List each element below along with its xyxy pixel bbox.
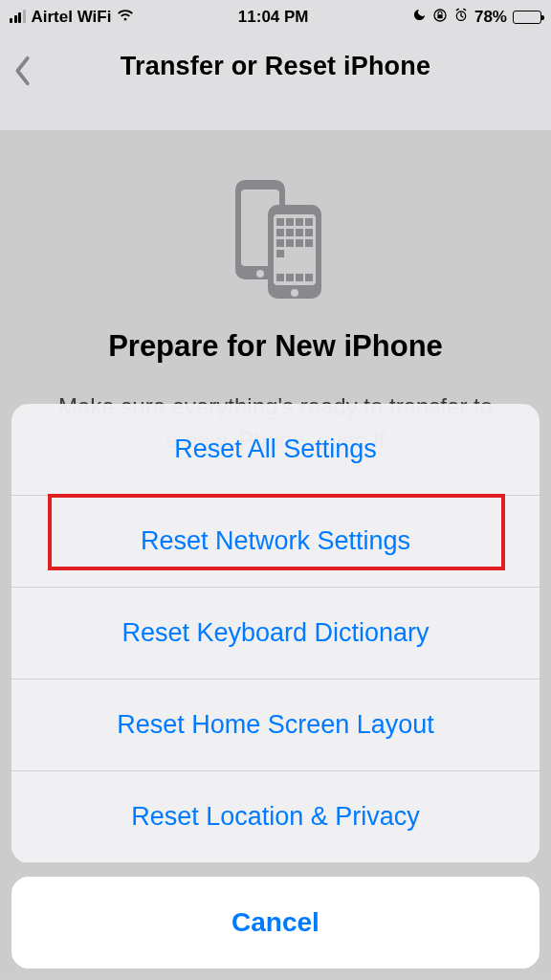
status-bar: Airtel WiFi 11:04 PM 78% <box>0 0 551 34</box>
sheet-item-reset-location-privacy[interactable]: Reset Location & Privacy <box>11 771 540 863</box>
cancel-label: Cancel <box>231 907 320 938</box>
svg-rect-16 <box>305 229 313 236</box>
svg-rect-24 <box>296 274 303 281</box>
svg-rect-13 <box>276 229 284 236</box>
status-time: 11:04 PM <box>238 8 309 27</box>
alarm-icon <box>453 8 469 28</box>
cellular-signal-icon <box>10 11 26 23</box>
sheet-item-label: Reset Keyboard Dictionary <box>121 618 429 648</box>
sheet-item-label: Reset Home Screen Layout <box>117 710 434 740</box>
sheet-item-reset-keyboard-dictionary[interactable]: Reset Keyboard Dictionary <box>11 588 540 679</box>
sheet-item-label: Reset All Settings <box>174 434 377 464</box>
sheet-item-label: Reset Network Settings <box>141 526 410 556</box>
svg-rect-1 <box>437 14 442 18</box>
svg-rect-14 <box>286 229 294 236</box>
battery-percent: 78% <box>474 8 507 27</box>
svg-rect-22 <box>276 274 284 281</box>
svg-point-8 <box>291 289 298 297</box>
svg-rect-18 <box>286 239 294 247</box>
sheet-item-label: Reset Location & Privacy <box>131 802 420 832</box>
moon-icon <box>412 8 427 27</box>
action-sheet: Reset All Settings Reset Network Setting… <box>11 404 540 863</box>
page-title: Transfer or Reset iPhone <box>0 52 551 81</box>
nav-bar: Transfer or Reset iPhone <box>0 34 551 130</box>
status-right: 78% <box>412 8 541 28</box>
back-button[interactable] <box>13 56 33 86</box>
svg-rect-25 <box>305 274 313 281</box>
svg-rect-21 <box>276 250 284 257</box>
svg-rect-19 <box>296 239 303 247</box>
sheet-item-reset-home-screen-layout[interactable]: Reset Home Screen Layout <box>11 679 540 771</box>
sheet-item-reset-network-settings[interactable]: Reset Network Settings <box>11 496 540 588</box>
svg-rect-23 <box>286 274 294 281</box>
status-left: Airtel WiFi <box>10 8 134 27</box>
rotation-lock-icon <box>432 8 448 28</box>
content-title: Prepare for New iPhone <box>38 329 513 364</box>
svg-point-5 <box>256 270 264 278</box>
svg-rect-20 <box>305 239 313 247</box>
wifi-icon <box>117 8 134 27</box>
sheet-item-reset-all-settings[interactable]: Reset All Settings <box>11 404 540 496</box>
carrier-label: Airtel WiFi <box>32 8 112 27</box>
svg-rect-9 <box>276 218 284 226</box>
svg-rect-10 <box>286 218 294 226</box>
svg-rect-15 <box>296 229 303 236</box>
svg-rect-11 <box>296 218 303 226</box>
svg-rect-12 <box>305 218 313 226</box>
svg-rect-17 <box>276 239 284 247</box>
transfer-illustration-icon <box>218 176 333 301</box>
action-sheet-container: Reset All Settings Reset Network Setting… <box>11 404 540 969</box>
battery-icon <box>513 11 541 24</box>
cancel-button[interactable]: Cancel <box>11 877 540 969</box>
